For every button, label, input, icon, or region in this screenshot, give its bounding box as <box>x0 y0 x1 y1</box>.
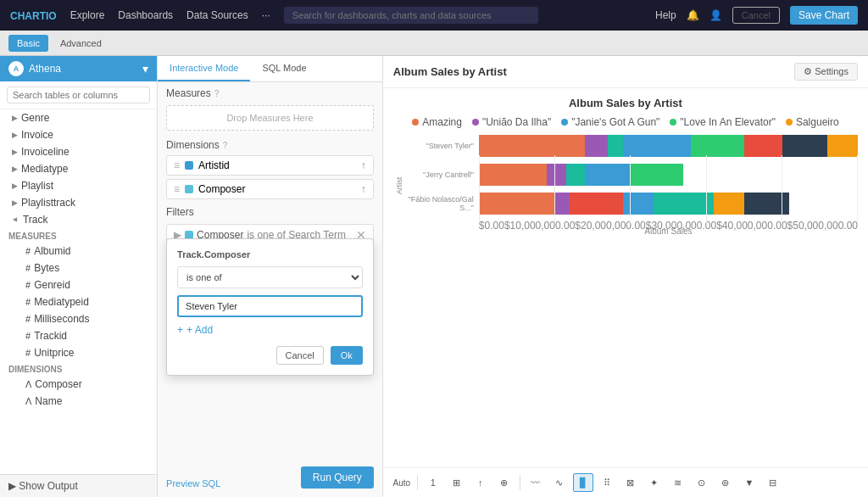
dim-handle-artistid[interactable]: ≡ <box>174 159 180 171</box>
y-label-2: "Fábio Nolasco/Gal S..." <box>407 195 479 212</box>
cancel-button[interactable]: Cancel <box>732 7 780 24</box>
tree-genreid[interactable]: # Genreid <box>0 276 157 293</box>
nav-datasources[interactable]: Data Sources <box>186 9 248 21</box>
tree-trackid[interactable]: # Trackid <box>0 327 157 344</box>
donut-icon[interactable]: ⊚ <box>715 473 736 492</box>
save-chart-button[interactable]: Save Chart <box>790 6 858 25</box>
table-search-input[interactable] <box>7 87 150 103</box>
area-chart-icon[interactable]: ∿ <box>549 473 570 492</box>
settings-button[interactable]: ⚙ Settings <box>794 63 858 81</box>
add-filter-value-link[interactable]: + + Add <box>177 324 363 336</box>
global-search-input[interactable] <box>284 7 538 24</box>
map-icon[interactable]: ⊟ <box>763 473 783 492</box>
preview-sql-link[interactable]: Preview SQL <box>166 478 220 489</box>
tab-interactive[interactable]: Interactive Mode <box>158 56 250 81</box>
tree-bytes[interactable]: # Bytes <box>0 260 157 276</box>
datasource-avatar: A <box>8 61 24 76</box>
mode-bar: Basic Advanced <box>0 31 868 56</box>
legend-amazing: Amazing <box>412 116 462 128</box>
filter-ok-button[interactable]: Ok <box>331 346 363 365</box>
dim-name-artistid: Artistid <box>198 159 356 171</box>
nav-explore[interactable]: Explore <box>70 9 105 21</box>
bar-chart-wrapper: Artist "Steven Tyler" <box>393 135 858 236</box>
bar-row-2: "Fábio Nolasco/Gal S..." <box>407 193 858 215</box>
user-icon[interactable]: 👤 <box>709 9 722 21</box>
tree-mediatype[interactable]: ▶Mediatype <box>0 160 157 177</box>
bar-seg-0-6 <box>782 135 828 157</box>
y-label-1: "Jerry Cantrell" <box>407 170 479 179</box>
dim-sort-composer[interactable]: ↑ <box>361 183 366 195</box>
tree-invoiceline[interactable]: ▶Invoiceline <box>0 143 157 160</box>
plus-icon: + <box>177 324 183 336</box>
filter-value-input[interactable] <box>177 295 363 317</box>
bar-seg-0-4 <box>691 135 744 157</box>
dim-sort-artistid[interactable]: ↑ <box>361 159 366 171</box>
tree-unitprice[interactable]: # Unitprice <box>0 344 157 361</box>
filters-label: Filters <box>158 201 382 221</box>
tree-name[interactable]: Λ Name <box>0 393 157 410</box>
bar-seg-1-2 <box>566 164 585 186</box>
bar-row-1: "Jerry Cantrell" <box>407 164 858 186</box>
bar-seg-2-3 <box>623 193 654 215</box>
tree-albumid[interactable]: # Albumid <box>0 243 157 260</box>
chart-toolbar: Auto 1 ⊞ ↑ ⊕ 〰 ∿ ▊ ⠿ ⊠ ✦ ≋ ⊙ ⊚ ▼ ⊟ <box>383 467 868 497</box>
funnel-icon[interactable]: ▼ <box>739 473 760 492</box>
bar-1 <box>479 164 858 186</box>
bar-0 <box>479 135 858 157</box>
filter-popup-title: Track.Composer <box>177 249 363 260</box>
middle-panel: Interactive Mode SQL Mode Measures ? Dro… <box>158 56 383 497</box>
tree-track[interactable]: ▼Track <box>0 211 157 228</box>
tab-advanced[interactable]: Advanced <box>52 35 110 52</box>
plus-circle-icon[interactable]: ⊕ <box>494 473 515 492</box>
tree-milliseconds[interactable]: # Milliseconds <box>0 310 157 327</box>
arrow-up-icon[interactable]: ↑ <box>470 473 491 492</box>
measures-help-icon: ? <box>214 89 220 98</box>
dim-name-composer: Composer <box>198 183 356 195</box>
auto-icon[interactable]: Auto <box>392 473 412 492</box>
drop-measures-zone[interactable]: Drop Measures Here <box>166 105 374 131</box>
notifications-icon[interactable]: 🔔 <box>687 9 699 21</box>
bar-seg-2-5 <box>714 193 744 215</box>
bar-seg-2-0 <box>479 193 554 215</box>
legend-uniao: "União Da Ilha" <box>472 116 551 128</box>
filter-operator-select[interactable]: is one of <box>177 266 363 288</box>
star-icon[interactable]: ✦ <box>644 473 665 492</box>
bar-row-0: "Steven Tyler" <box>407 135 858 157</box>
bar-seg-0-1 <box>585 135 608 157</box>
show-output[interactable]: ▶ Show Output <box>0 474 157 497</box>
y-axis-label: Artist <box>393 135 405 236</box>
bar-chart-icon[interactable]: ▊ <box>573 473 593 492</box>
help-link[interactable]: Help <box>655 9 676 21</box>
tree-genre[interactable]: ▶Genre <box>0 109 157 126</box>
left-panel: A Athena ▾ ▶Genre ▶Invoice ▶Invoiceline … <box>0 56 158 497</box>
box-icon[interactable]: ⊠ <box>620 473 641 492</box>
tab-sql[interactable]: SQL Mode <box>250 56 318 81</box>
legend-janies: "Janie's Got A Gun" <box>561 116 659 128</box>
bar-seg-2-1 <box>554 193 570 215</box>
dim-artistid: ≡ Artistid ↑ <box>166 155 374 176</box>
nav-more[interactable]: ··· <box>262 9 270 21</box>
chart-panel-title: Album Sales by Artist <box>393 65 507 78</box>
tree-playlisttrack[interactable]: ▶Playlisttrack <box>0 194 157 211</box>
bar-seg-0-2 <box>608 135 623 157</box>
dim-color-composer <box>185 185 193 193</box>
scatter-icon[interactable]: ⠿ <box>597 473 617 492</box>
number-btn[interactable]: 1 <box>423 473 443 492</box>
run-query-button[interactable]: Run Query <box>301 466 374 489</box>
legend-dot-amazing <box>412 119 419 126</box>
grid-icon[interactable]: ⊞ <box>447 473 467 492</box>
nav-dashboards[interactable]: Dashboards <box>118 9 173 21</box>
tree-playlist[interactable]: ▶Playlist <box>0 177 157 194</box>
chart-header: Album Sales by Artist ⚙ Settings <box>383 56 868 88</box>
dimensions-label: Dimensions ? <box>158 134 382 154</box>
line-chart-icon[interactable]: 〰 <box>526 473 546 492</box>
table-icon[interactable]: ≋ <box>668 473 688 492</box>
tab-basic[interactable]: Basic <box>8 35 48 52</box>
dim-handle-composer[interactable]: ≡ <box>174 183 180 195</box>
tree-invoice[interactable]: ▶Invoice <box>0 126 157 143</box>
datasource-dropdown-icon[interactable]: ▾ <box>142 62 148 75</box>
filter-cancel-button[interactable]: Cancel <box>276 346 324 365</box>
tree-mediatypeid[interactable]: # Mediatypeid <box>0 293 157 310</box>
pie-icon[interactable]: ⊙ <box>692 473 712 492</box>
tree-composer[interactable]: Λ Composer <box>0 376 157 393</box>
